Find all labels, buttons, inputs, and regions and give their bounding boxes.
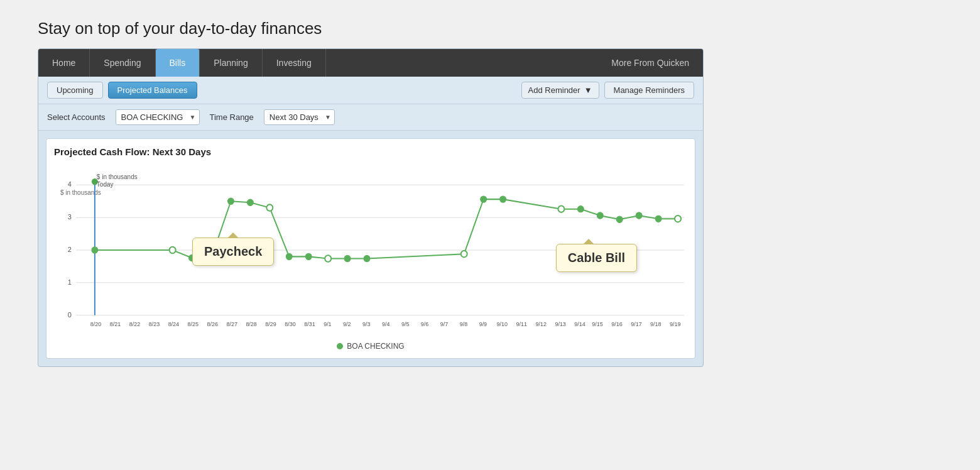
svg-text:9/5: 9/5 — [401, 321, 409, 327]
svg-text:8/28: 8/28 — [246, 321, 256, 327]
svg-text:9/7: 9/7 — [440, 321, 448, 327]
svg-point-66 — [636, 212, 642, 219]
add-reminder-button[interactable]: Add Reminder ▼ — [521, 82, 599, 99]
manage-reminders-button[interactable]: Manage Reminders — [604, 82, 694, 99]
svg-point-55 — [227, 198, 234, 204]
svg-text:9/12: 9/12 — [535, 321, 546, 327]
svg-point-51 — [675, 216, 681, 222]
projected-balances-button[interactable]: Projected Balances — [108, 82, 197, 99]
time-range-select-wrapper: Next 30 Days Next 60 Days Next 90 Days ▼ — [264, 109, 335, 125]
svg-text:9/13: 9/13 — [555, 321, 565, 327]
svg-text:9/9: 9/9 — [479, 321, 487, 327]
app-container: Home Spending Bills Planning Investing M… — [38, 48, 704, 367]
nav-more-quicken[interactable]: More From Quicken — [597, 49, 703, 77]
nav-bar: Home Spending Bills Planning Investing M… — [38, 49, 703, 77]
upcoming-button[interactable]: Upcoming — [47, 82, 103, 99]
sub-toolbar-left: Upcoming Projected Balances — [47, 82, 197, 99]
svg-point-60 — [364, 255, 370, 261]
svg-text:9/10: 9/10 — [497, 321, 508, 327]
svg-text:8/20: 8/20 — [90, 321, 101, 327]
svg-text:8/21: 8/21 — [110, 321, 121, 327]
svg-text:8/26: 8/26 — [207, 321, 218, 327]
svg-point-58 — [305, 253, 312, 260]
page-title: Stay on top of your day-to-day finances — [38, 19, 942, 38]
nav-item-home[interactable]: Home — [38, 49, 90, 77]
svg-text:4: 4 — [68, 180, 72, 188]
svg-text:9/6: 9/6 — [421, 321, 428, 327]
paycheck-callout-text: Paycheck — [204, 244, 262, 258]
legend-dot-icon — [337, 343, 343, 349]
paycheck-callout: Paycheck — [192, 238, 274, 266]
svg-point-63 — [577, 205, 584, 212]
svg-text:0: 0 — [68, 311, 72, 319]
svg-text:9/11: 9/11 — [516, 321, 527, 327]
svg-point-47 — [266, 204, 273, 210]
account-select[interactable]: BOA CHECKING SAVINGS CREDIT CARD — [116, 109, 200, 125]
svg-point-62 — [500, 196, 506, 202]
svg-point-61 — [481, 196, 487, 202]
sub-toolbar-right: Add Reminder ▼ Manage Reminders — [521, 82, 694, 99]
svg-text:8/24: 8/24 — [168, 321, 179, 327]
cable-bill-callout-text: Cable Bill — [568, 251, 625, 265]
svg-text:8/29: 8/29 — [265, 321, 276, 327]
svg-point-49 — [461, 251, 467, 257]
nav-item-spending[interactable]: Spending — [90, 49, 155, 77]
svg-point-46 — [170, 247, 176, 253]
svg-text:Today: Today — [97, 181, 114, 188]
svg-point-50 — [558, 205, 564, 212]
svg-text:1: 1 — [68, 278, 72, 286]
svg-text:8/27: 8/27 — [226, 321, 237, 327]
svg-text:9/14: 9/14 — [574, 321, 585, 327]
svg-text:9/17: 9/17 — [631, 321, 641, 327]
svg-text:9/8: 9/8 — [460, 321, 467, 327]
nav-item-bills[interactable]: Bills — [156, 49, 200, 77]
svg-text:3: 3 — [68, 213, 72, 221]
svg-point-67 — [655, 216, 662, 222]
svg-text:9/18: 9/18 — [650, 321, 661, 327]
svg-text:8/22: 8/22 — [129, 321, 140, 327]
svg-point-52 — [92, 247, 98, 253]
add-reminder-label: Add Reminder — [528, 85, 580, 95]
svg-text:9/2: 9/2 — [343, 321, 351, 327]
svg-point-48 — [325, 255, 331, 261]
svg-text:9/4: 9/4 — [382, 321, 389, 327]
svg-text:9/1: 9/1 — [324, 321, 331, 327]
select-accounts-label: Select Accounts — [47, 112, 106, 122]
filter-bar: Select Accounts BOA CHECKING SAVINGS CRE… — [38, 104, 703, 131]
svg-point-65 — [616, 216, 623, 222]
account-select-wrapper: BOA CHECKING SAVINGS CREDIT CARD ▼ — [116, 109, 200, 125]
chart-area: 0 1 2 3 4 $ in thousands $ in thousands … — [54, 162, 687, 338]
cable-bill-callout: Cable Bill — [556, 244, 637, 272]
svg-point-64 — [597, 212, 603, 219]
dropdown-arrow-icon: ▼ — [584, 85, 592, 95]
legend-label: BOA CHECKING — [347, 342, 404, 351]
svg-text:9/19: 9/19 — [670, 321, 680, 327]
svg-text:$ in thousands: $ in thousands — [97, 173, 138, 180]
svg-text:8/30: 8/30 — [285, 321, 295, 327]
svg-point-59 — [344, 255, 351, 261]
svg-text:8/23: 8/23 — [149, 321, 160, 327]
svg-text:8/25: 8/25 — [188, 321, 199, 327]
sub-toolbar: Upcoming Projected Balances Add Reminder… — [38, 77, 703, 104]
nav-item-investing[interactable]: Investing — [263, 49, 326, 77]
svg-text:9/3: 9/3 — [362, 321, 370, 327]
svg-point-57 — [286, 253, 292, 260]
time-range-label: Time Range — [210, 112, 254, 122]
svg-text:9/15: 9/15 — [592, 321, 602, 327]
chart-title: Projected Cash Flow: Next 30 Days — [54, 146, 687, 157]
nav-item-planning[interactable]: Planning — [200, 49, 263, 77]
chart-section: Projected Cash Flow: Next 30 Days 0 1 2 … — [46, 138, 695, 359]
time-range-select[interactable]: Next 30 Days Next 60 Days Next 90 Days — [264, 109, 335, 125]
svg-text:9/16: 9/16 — [611, 321, 622, 327]
chart-legend: BOA CHECKING — [54, 342, 687, 351]
svg-text:8/31: 8/31 — [304, 321, 315, 327]
svg-point-56 — [247, 199, 253, 205]
svg-text:2: 2 — [68, 246, 72, 253]
